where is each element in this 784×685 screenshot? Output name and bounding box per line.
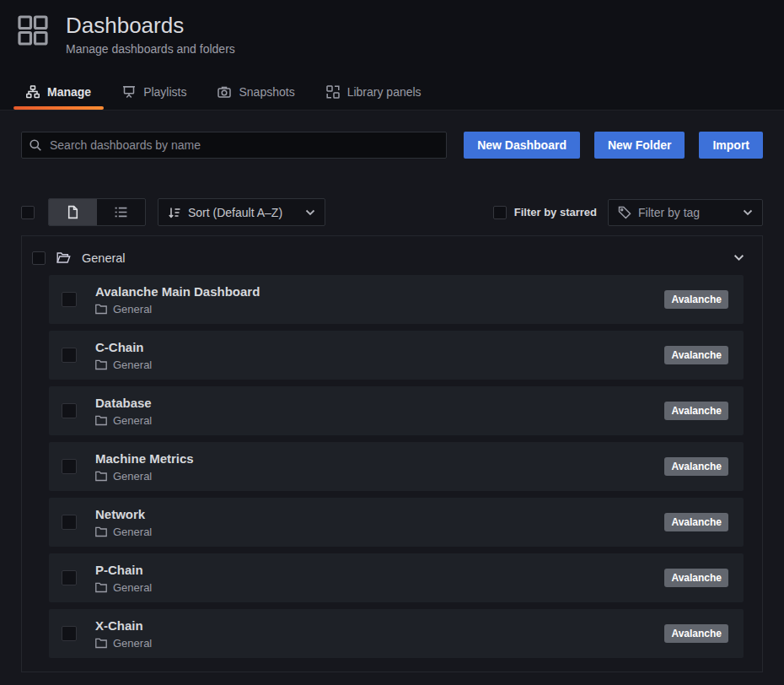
dashboard-checkbox[interactable] — [62, 292, 77, 307]
view-mode-toggle — [48, 198, 146, 226]
dashboard-title[interactable]: P-Chain — [95, 563, 152, 577]
folder-name: General — [82, 251, 126, 265]
dashboard-row[interactable]: P-Chain General Avalanche — [49, 553, 744, 602]
tab-label: Snapshots — [239, 85, 294, 99]
dashboard-title[interactable]: Database — [95, 396, 152, 410]
dashboard-row[interactable]: Network General Avalanche — [49, 498, 744, 547]
dashboard-row[interactable]: Machine Metrics General Avalanche — [49, 442, 744, 491]
dashboard-title[interactable]: Avalanche Main Dashboard — [95, 284, 260, 299]
dashboard-row[interactable]: C-Chain General Avalanche — [49, 331, 744, 380]
dashboard-checkbox[interactable] — [62, 348, 77, 363]
tab-label: Library panels — [347, 85, 422, 99]
folder-view-button[interactable] — [49, 199, 97, 225]
dashboard-tag[interactable]: Avalanche — [664, 346, 728, 364]
dashboard-title[interactable]: C-Chain — [95, 340, 152, 354]
filter-by-tag-dropdown[interactable]: Filter by tag — [608, 199, 763, 226]
list-icon — [114, 205, 128, 219]
dashboard-tag[interactable]: Avalanche — [664, 513, 728, 531]
presentation-icon — [122, 85, 136, 99]
dashboard-folder: General — [113, 581, 152, 594]
tab-library-panels[interactable]: Library panels — [326, 85, 422, 110]
page-header: Dashboards Manage dashboards and folders… — [0, 0, 784, 111]
chevron-down-icon[interactable] — [733, 254, 744, 262]
tag-filter-label: Filter by tag — [638, 206, 700, 219]
page-title: Dashboards — [66, 13, 235, 39]
folder-icon — [95, 471, 107, 482]
dashboard-folder: General — [113, 470, 152, 483]
folder-icon — [95, 304, 107, 315]
chevron-down-icon — [743, 209, 753, 216]
dashboard-checkbox[interactable] — [62, 570, 77, 585]
folder-icon — [95, 359, 107, 370]
dashboard-folder: General — [113, 526, 152, 538]
dashboard-checkbox[interactable] — [62, 403, 77, 418]
tab-manage[interactable]: Manage — [26, 85, 91, 110]
folder-icon — [95, 526, 107, 537]
dashboard-checkbox[interactable] — [62, 626, 77, 641]
new-folder-button[interactable]: New Folder — [594, 132, 685, 159]
dashboard-row[interactable]: Avalanche Main Dashboard General Avalanc… — [49, 275, 744, 324]
search-box — [21, 132, 447, 159]
sort-dropdown[interactable]: Sort (Default A–Z) — [158, 198, 325, 226]
dashboard-folder: General — [113, 303, 152, 316]
dashboard-tag[interactable]: Avalanche — [664, 624, 728, 643]
folder-icon — [95, 582, 107, 593]
dashboard-folder: General — [113, 414, 152, 427]
folder-icon — [95, 415, 107, 426]
page-subtitle: Manage dashboards and folders — [66, 42, 235, 56]
dashboard-row[interactable]: Database General Avalanche — [49, 386, 744, 435]
dashboard-folder: General — [113, 359, 152, 371]
dashboard-folder: General — [113, 637, 152, 650]
tab-label: Playlists — [143, 85, 186, 99]
tag-icon — [618, 206, 631, 219]
folder-open-icon — [56, 251, 71, 264]
dashboard-tag[interactable]: Avalanche — [664, 402, 728, 420]
search-icon — [29, 138, 42, 152]
dashboard-list: Avalanche Main Dashboard General Avalanc… — [49, 275, 744, 658]
dashboard-tag[interactable]: Avalanche — [664, 569, 728, 587]
camera-icon — [217, 85, 231, 99]
sort-amount-icon — [168, 206, 181, 219]
results-toolbar: Sort (Default A–Z) Filter by starred — [21, 198, 763, 226]
filter-by-starred[interactable]: Filter by starred — [493, 206, 597, 219]
tab-playlists[interactable]: Playlists — [122, 85, 186, 110]
search-results-panel: General Avalanche Main Dashboard General… — [21, 235, 763, 672]
dashboard-checkbox[interactable] — [62, 515, 77, 530]
folder-checkbox[interactable] — [32, 251, 46, 265]
starred-label: Filter by starred — [514, 206, 597, 218]
select-all-checkbox[interactable] — [21, 206, 35, 219]
folder-icon — [95, 638, 107, 649]
dashboard-tag[interactable]: Avalanche — [664, 457, 728, 476]
active-tab-underline — [13, 106, 104, 110]
tab-snapshots[interactable]: Snapshots — [217, 85, 294, 110]
file-icon — [66, 205, 80, 219]
search-input[interactable] — [21, 132, 447, 159]
sitemap-icon — [26, 85, 40, 99]
list-view-button[interactable] — [97, 199, 145, 225]
new-dashboard-button[interactable]: New Dashboard — [464, 132, 580, 159]
dashboards-apps-icon — [17, 14, 49, 46]
import-button[interactable]: Import — [699, 132, 763, 159]
tab-bar: Manage Playlists Snapsho — [26, 85, 422, 110]
dashboard-title[interactable]: Machine Metrics — [95, 451, 194, 466]
dashboard-row[interactable]: X-Chain General Avalanche — [49, 609, 744, 658]
tab-label: Manage — [47, 85, 91, 99]
dashboard-checkbox[interactable] — [62, 459, 77, 474]
dashboard-tag[interactable]: Avalanche — [664, 290, 728, 309]
starred-checkbox[interactable] — [493, 206, 507, 219]
sort-dropdown-label: Sort (Default A–Z) — [188, 206, 282, 219]
chevron-down-icon — [305, 209, 315, 216]
dashboard-title[interactable]: Network — [95, 507, 152, 521]
content-area: New Dashboard New Folder Import — [0, 111, 784, 672]
library-panels-icon — [326, 85, 340, 99]
dashboard-title[interactable]: X-Chain — [95, 618, 152, 633]
folder-section-general[interactable]: General — [32, 243, 744, 272]
